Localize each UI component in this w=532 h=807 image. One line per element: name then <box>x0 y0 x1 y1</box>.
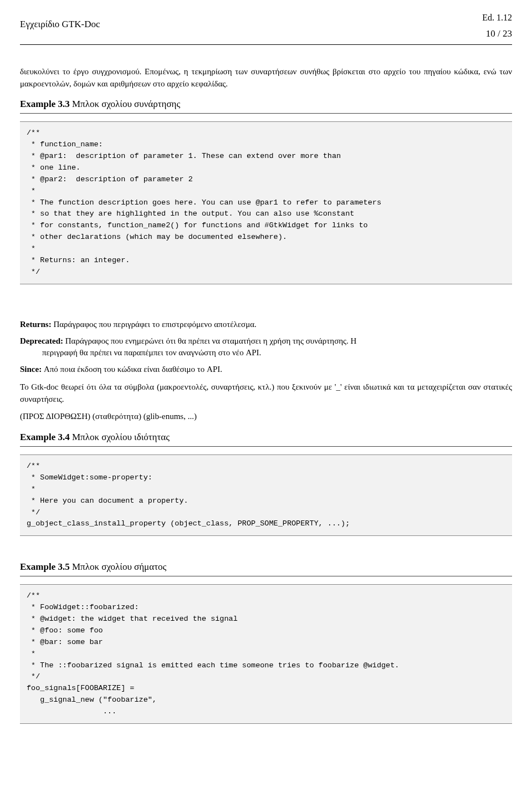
def-term: Returns: <box>20 320 52 329</box>
paragraph-fixme: (ΠΡΟΣ ΔΙΟΡΘΩΣΗ) (σταθερότητα) (glib-enum… <box>20 411 512 423</box>
example-3-4-code: /** * SomeWidget:some-property: * * Here… <box>20 454 512 537</box>
page-header: Εγχειρίδιο GTK-Doc Ed. 1.12 10 / 23 <box>20 11 512 45</box>
doc-title: Εγχειρίδιο GTK-Doc <box>20 11 100 32</box>
example-3-3-heading: Example 3.3 Μπλοκ σχολίου συνάρτησης <box>20 98 512 114</box>
def-term: Deprecated: <box>20 336 63 345</box>
example-title: Μπλοκ σχολίου συνάρτησης <box>70 99 181 109</box>
page: Εγχειρίδιο GTK-Doc Ed. 1.12 10 / 23 διευ… <box>0 0 532 753</box>
def-returns: Returns: Παράγραφος που περιγράφει το επ… <box>20 319 512 331</box>
intro-paragraph: διευκολύνει το έργο συγχρονισμού. Επομέν… <box>20 66 512 90</box>
spacer <box>20 545 512 553</box>
def-desc-cont: περιγραφή θα πρέπει να παραπέμπει τον αν… <box>20 347 512 359</box>
edition-label: Ed. 1.12 <box>482 11 512 24</box>
example-3-4-heading: Example 3.4 Μπλοκ σχολίου ιδιότητας <box>20 431 512 447</box>
spacer <box>20 293 512 313</box>
example-title: Μπλοκ σχολίου ιδιότητας <box>70 432 170 442</box>
def-since: Since: Από ποια έκδοση του κώδικα είναι … <box>20 364 512 376</box>
example-title: Μπλοκ σχολίου σήματος <box>70 561 166 572</box>
example-label: Example 3.3 <box>20 99 70 109</box>
def-desc: Παράγραφος που περιγράφει το επιστρεφόμε… <box>52 320 257 329</box>
example-label: Example 3.4 <box>20 432 70 442</box>
definition-list: Returns: Παράγραφος που περιγράφει το επ… <box>20 319 512 376</box>
example-3-3-code: /** * function_name: * @par1: descriptio… <box>20 121 512 284</box>
paragraph-private-symbols: Το Gtk-doc θεωρεί ότι όλα τα σύμβολα (μα… <box>20 381 512 406</box>
def-desc: Από ποια έκδοση του κώδικα είναι διαθέσι… <box>42 365 222 374</box>
example-label: Example 3.5 <box>20 561 70 572</box>
page-number: 10 / 23 <box>482 27 512 41</box>
header-right: Ed. 1.12 10 / 23 <box>482 11 512 41</box>
example-3-5-code: /** * FooWidget::foobarized: * @widget: … <box>20 584 512 724</box>
def-deprecated: Deprecated: Παράγραφος που ενημερώνει ότ… <box>20 335 512 360</box>
example-3-5-heading: Example 3.5 Μπλοκ σχολίου σήματος <box>20 560 512 576</box>
def-desc: Παράγραφος που ενημερώνει ότι θα πρέπει … <box>63 336 356 345</box>
def-term: Since: <box>20 365 42 374</box>
